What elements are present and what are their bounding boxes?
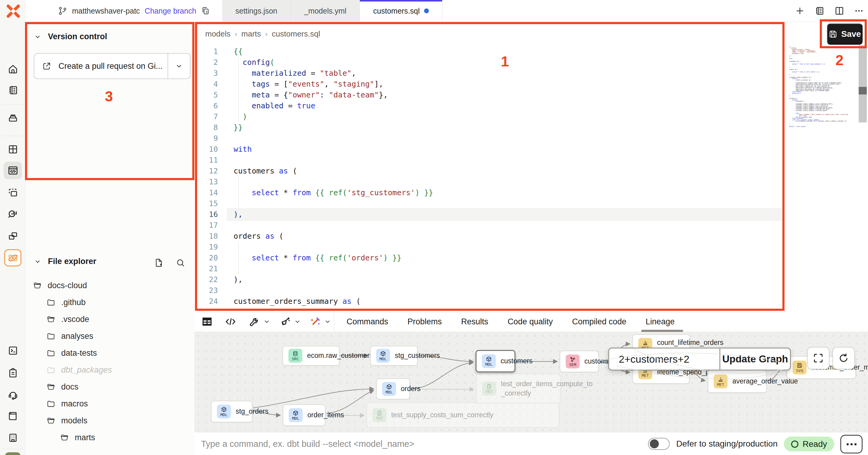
bottom-panel: CommandsProblemsResultsCode qualityCompi… xyxy=(194,311,868,432)
breadcrumb-item[interactable]: marts xyxy=(241,29,261,39)
clipboard-icon[interactable] xyxy=(0,364,26,382)
environments-icon[interactable] xyxy=(0,109,26,127)
breadcrumb-item[interactable]: customers.sql xyxy=(272,29,320,39)
branch-name: matthewshaver-patc xyxy=(72,7,140,16)
bottom-tab-code-quality[interactable]: Code quality xyxy=(507,317,553,326)
overlay-faint-edges xyxy=(194,332,868,432)
more-options-icon[interactable] xyxy=(854,6,864,16)
bottom-tab-results[interactable]: Results xyxy=(461,317,488,326)
terminal-icon[interactable] xyxy=(0,342,26,360)
code-line-1: 1{{ xyxy=(194,46,785,57)
code-line-16: 16), xyxy=(194,209,785,220)
code-view-icon[interactable] xyxy=(224,311,237,332)
code-editor[interactable]: models› marts› customers.sql 1{{2 config… xyxy=(194,22,868,311)
bottom-tab-commands[interactable]: Commands xyxy=(347,317,388,326)
status-badge[interactable]: Ready xyxy=(784,436,834,451)
code-line-22: 22), xyxy=(194,274,785,285)
code-line-3: 3 materialized = "table", xyxy=(194,68,785,79)
unsaved-dot xyxy=(424,8,429,13)
support-headset-icon[interactable] xyxy=(0,386,26,404)
folder-open-icon xyxy=(47,416,55,425)
scrollbar-track[interactable] xyxy=(859,45,867,122)
folder-open-icon xyxy=(33,281,41,290)
defer-toggle[interactable] xyxy=(648,438,670,450)
tab-customers.sql[interactable]: customers.sql xyxy=(360,0,442,22)
rail-divider xyxy=(2,449,23,449)
bottom-tabs: CommandsProblemsResultsCode qualityCompi… xyxy=(347,311,675,332)
split-view-icon[interactable] xyxy=(834,6,844,16)
notebook-icon[interactable] xyxy=(0,81,26,99)
tree-item-docs[interactable]: docs xyxy=(26,378,194,395)
tree-item-marts[interactable]: marts xyxy=(26,429,194,446)
code-line-9: 9 xyxy=(194,133,785,144)
tab-settings.json[interactable]: settings.json xyxy=(222,0,291,22)
tab-_models.yml[interactable]: _models.yml xyxy=(291,0,360,22)
change-branch-link[interactable]: Change branch xyxy=(145,7,196,16)
pr-dropdown-caret[interactable] xyxy=(167,54,190,79)
tree-item-models[interactable]: models xyxy=(26,412,194,429)
home-icon[interactable] xyxy=(0,60,26,78)
dbt-logo-icon[interactable] xyxy=(5,3,21,19)
toolbar-divider xyxy=(334,311,334,332)
code-line-21: 21 xyxy=(194,263,785,274)
copy-icon[interactable] xyxy=(201,6,210,16)
tree-item-macros[interactable]: macros xyxy=(26,395,194,412)
status-bar: Type a command, ex. dbt build --select <… xyxy=(194,432,868,455)
save-button[interactable]: Save xyxy=(827,24,863,45)
code-line-19: 19 xyxy=(194,242,785,253)
folder-icon xyxy=(47,332,55,340)
user-avatar[interactable] xyxy=(5,452,21,455)
code-line-12: 12customers as ( xyxy=(194,166,785,176)
code-line-6: 6 enabled = true xyxy=(194,101,785,111)
results-table-icon[interactable] xyxy=(201,311,213,332)
minimap[interactable]: {{ config( materialized = "table", tags … xyxy=(789,46,854,312)
side-panel: Version control Create a pull request on… xyxy=(26,22,194,455)
canvas-select-icon[interactable] xyxy=(0,184,26,202)
window-actions xyxy=(795,0,864,22)
code-editor-icon[interactable] xyxy=(0,162,26,179)
docs-book-icon[interactable] xyxy=(0,407,26,425)
chevron-down-icon[interactable] xyxy=(324,311,331,332)
create-pr-label: Create a pull request on Gi... xyxy=(59,61,162,71)
bottom-tab-problems[interactable]: Problems xyxy=(407,317,442,326)
tree-item-dbt_packages[interactable]: dbt_packages xyxy=(26,362,194,378)
version-control-header[interactable]: Version control xyxy=(34,32,107,41)
chevron-down-icon xyxy=(34,33,41,40)
code-line-10: 10with xyxy=(194,144,785,155)
bottom-tab-lineage[interactable]: Lineage xyxy=(646,317,675,326)
code-line-11: 11 xyxy=(194,155,785,166)
bottom-tab-compiled-code[interactable]: Compiled code xyxy=(572,317,626,326)
new-file-icon[interactable] xyxy=(154,258,164,267)
windows-icon[interactable] xyxy=(0,227,26,245)
top-bar: matthewshaver-patc Change branch setting… xyxy=(26,0,868,22)
chevron-down-icon[interactable] xyxy=(263,311,270,332)
tree-item-data-tests[interactable]: data-tests xyxy=(26,345,194,362)
tree-item-.github[interactable]: .github xyxy=(26,294,194,311)
breadcrumb: models› marts› customers.sql xyxy=(205,29,320,39)
more-actions-button[interactable] xyxy=(840,435,863,454)
format-broom-icon[interactable] xyxy=(279,311,291,332)
create-pr-button[interactable]: Create a pull request on Gi... xyxy=(34,53,190,79)
tree-item-.vscode[interactable]: .vscode xyxy=(26,311,194,328)
tree-item-analyses[interactable]: analyses xyxy=(26,328,194,345)
command-input[interactable]: Type a command, ex. dbt build --select <… xyxy=(201,432,414,455)
build-wrench-icon[interactable] xyxy=(249,311,261,332)
ai-fix-icon[interactable] xyxy=(310,311,321,332)
breadcrumb-item[interactable]: models xyxy=(205,29,230,39)
explore-metrics-icon[interactable] xyxy=(0,205,26,223)
tree-item-docs-cloud[interactable]: docs-cloud xyxy=(26,277,194,294)
file-explorer-header[interactable]: File explorer xyxy=(34,257,96,266)
code-line-18: 18orders as ( xyxy=(194,231,785,242)
editor-tabs: settings.json_models.ymlcustomers.sql xyxy=(222,0,442,22)
dashboard-icon[interactable] xyxy=(0,140,26,159)
code-line-2: 2 config( xyxy=(194,57,785,68)
lineage-canvas[interactable]: SRCecom.raw_customersMDLstg_customersMDL… xyxy=(194,332,868,432)
search-icon[interactable] xyxy=(176,258,185,267)
bottom-toolbar: CommandsProblemsResultsCode qualityCompi… xyxy=(194,311,868,332)
notebook-panel-icon[interactable] xyxy=(814,6,825,16)
new-tab-plus-icon[interactable] xyxy=(795,6,805,16)
scrollbar-thumb[interactable] xyxy=(859,87,867,94)
chevron-down-icon[interactable] xyxy=(294,311,301,332)
organization-icon[interactable] xyxy=(0,429,26,447)
dbt-copilot-icon[interactable] xyxy=(4,249,22,266)
